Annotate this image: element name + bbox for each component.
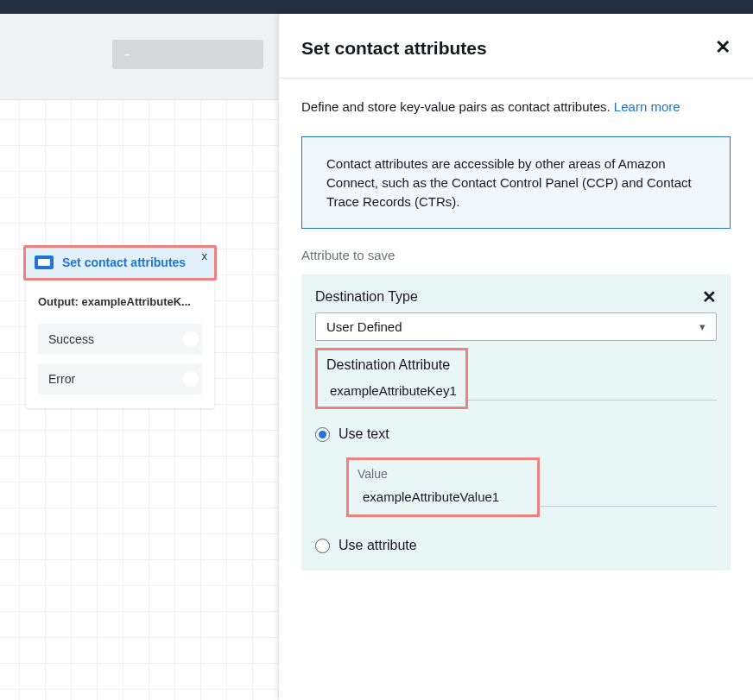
panel-description: Define and store key-value pairs as cont… [301, 98, 731, 116]
panel-title: Set contact attributes [301, 38, 487, 59]
destination-attribute-highlight: Destination Attribute exampleAttributeKe… [315, 348, 468, 409]
use-text-radio-row[interactable]: Use text [315, 426, 717, 442]
flow-port-label: Success [48, 332, 94, 346]
flow-block-output: Output: exampleAttributeK... [38, 295, 202, 308]
close-icon[interactable]: ✕ [715, 38, 731, 57]
value-highlight: Value exampleAttributeValue1 [346, 457, 540, 517]
toolbar-pill-label: - [124, 46, 130, 64]
flow-port-error[interactable]: Error [38, 363, 202, 394]
top-nav-bar [0, 0, 753, 14]
destination-type-label: Destination Type [315, 289, 418, 305]
value-input[interactable]: exampleAttributeValue1 [358, 489, 528, 504]
flow-port-connector[interactable] [183, 371, 199, 387]
contact-attributes-icon [35, 255, 54, 269]
chevron-down-icon: ▾ [699, 320, 706, 333]
side-panel: Set contact attributes ✕ Define and stor… [278, 14, 753, 700]
flow-block-header[interactable]: Set contact attributes x [26, 248, 214, 278]
panel-description-text: Define and store key-value pairs as cont… [301, 99, 614, 114]
toolbar-pill[interactable]: - [112, 40, 263, 69]
flow-port-success[interactable]: Success [38, 324, 202, 355]
radio-selected-icon[interactable] [315, 427, 330, 442]
use-text-label: Use text [339, 426, 389, 442]
flow-port-label: Error [48, 372, 75, 386]
divider-line [468, 348, 717, 400]
destination-type-select[interactable]: User Defined ▾ [315, 312, 717, 341]
flow-block-title: Set contact attributes [62, 255, 186, 270]
destination-type-value: User Defined [326, 319, 402, 334]
attribute-to-save-label: Attribute to save [301, 248, 731, 262]
flow-block-set-contact-attributes[interactable]: Set contact attributes x Output: example… [26, 248, 214, 408]
use-attribute-radio-row[interactable]: Use attribute [315, 538, 717, 553]
attribute-box: Destination Type ✕ User Defined ▾ Destin… [301, 274, 731, 571]
value-label: Value [358, 467, 528, 481]
attribute-header: Destination Type ✕ [315, 288, 717, 306]
info-box: Contact attributes are accessible by oth… [301, 136, 731, 229]
flow-port-connector[interactable] [183, 331, 199, 347]
value-section: Value exampleAttributeValue1 [346, 457, 717, 517]
destination-attribute-label: Destination Attribute [326, 357, 457, 373]
radio-unselected-icon[interactable] [315, 539, 330, 553]
flow-block-close[interactable]: x [202, 249, 208, 262]
destination-attribute-input[interactable]: exampleAttributeKey1 [326, 383, 457, 398]
panel-header: Set contact attributes ✕ [301, 38, 731, 59]
flow-block-body: Output: exampleAttributeK... Success Err… [26, 283, 214, 408]
learn-more-link[interactable]: Learn more [614, 99, 680, 114]
divider-line [540, 457, 717, 507]
use-attribute-label: Use attribute [339, 538, 417, 553]
panel-divider [279, 78, 753, 79]
attribute-close-icon[interactable]: ✕ [702, 288, 717, 306]
